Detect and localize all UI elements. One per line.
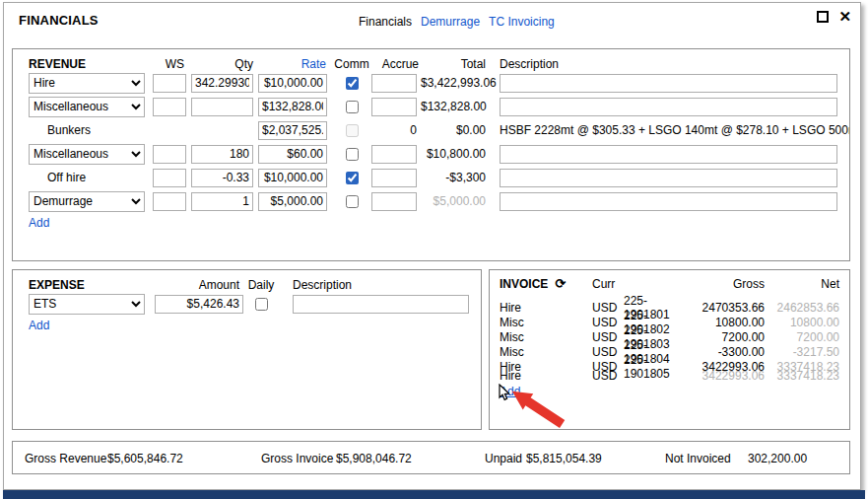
invoice-number: 225-1901805 <box>624 353 678 381</box>
invoice-gross: 7200.00 <box>678 330 765 344</box>
comm-checkbox[interactable] <box>346 101 359 113</box>
expense-type-select[interactable]: ETS <box>29 294 145 315</box>
daily-column-header: Daily <box>243 278 279 292</box>
description-input[interactable] <box>500 192 837 211</box>
comm-checkbox[interactable] <box>346 195 359 208</box>
ws-input[interactable] <box>153 98 186 116</box>
expense-row: ETS <box>13 292 481 316</box>
accrue-input[interactable] <box>371 74 417 93</box>
ws-input[interactable] <box>153 169 186 187</box>
invoice-header-row: INVOICE⟳ Curr Gross Net <box>500 276 839 291</box>
revenue-header-row: REVENUE WS Qty Rate Comm Accrue Total De… <box>13 54 849 71</box>
accrue-input[interactable] <box>371 98 417 116</box>
qty-input[interactable] <box>191 145 253 164</box>
rate-input[interactable] <box>258 192 327 211</box>
description-input[interactable] <box>293 295 469 314</box>
accrue-input[interactable] <box>371 145 417 164</box>
window-controls: ✕ <box>817 11 851 23</box>
revenue-row: Hire $3,422,993.06 <box>13 71 849 95</box>
window-bottom-edge <box>3 490 865 499</box>
ws-input[interactable] <box>153 74 186 93</box>
qty-input[interactable] <box>191 169 253 187</box>
bunkers-description: HSBF 2228mt @ $305.33 + LSGO 140mt @ $27… <box>486 123 849 137</box>
revenue-type-select[interactable]: Demurrage <box>29 191 145 212</box>
invoice-curr: USD <box>592 369 624 383</box>
revenue-row-bunkers: Bunkers 0 $0.00 HSBF 2228mt @ $305.33 + … <box>13 118 849 142</box>
rate-input[interactable] <box>258 169 327 187</box>
invoice-type: Hire <box>500 369 592 383</box>
revenue-row: Demurrage $5,000.00 <box>13 189 849 213</box>
invoice-gross: -3300.00 <box>678 345 765 359</box>
invoice-net: 7200.00 <box>765 330 839 344</box>
description-input[interactable] <box>500 98 837 116</box>
rate-input[interactable] <box>258 121 327 140</box>
gross-invoice-value: $5,908,046.72 <box>336 452 412 465</box>
description-column-header: Description <box>279 278 481 292</box>
rate-column-link[interactable]: Rate <box>257 57 332 71</box>
ws-input[interactable] <box>153 192 186 211</box>
row-total: $5,000.00 <box>421 194 486 208</box>
expense-panel: EXPENSE Amount Daily Description ETS Add <box>12 269 482 430</box>
ws-input[interactable] <box>153 145 186 164</box>
daily-checkbox[interactable] <box>255 298 268 311</box>
accrue-column-header: Accrue <box>371 57 421 71</box>
revenue-row: Miscellaneous $132,828.00 <box>13 95 849 118</box>
comm-checkbox[interactable] <box>346 172 359 184</box>
comm-checkbox[interactable] <box>346 77 359 90</box>
invoice-gross: 10800.00 <box>678 316 765 329</box>
invoice-curr: USD <box>592 345 624 359</box>
invoice-net: 2462853.66 <box>765 301 839 315</box>
revenue-type-select[interactable]: Miscellaneous <box>29 97 145 117</box>
qty-input[interactable] <box>191 74 253 93</box>
comm-column-header: Comm <box>332 57 371 71</box>
description-input[interactable] <box>500 169 837 187</box>
row-total: $10,800.00 <box>421 147 486 161</box>
qty-input[interactable] <box>191 98 253 116</box>
curr-column-header: Curr <box>592 277 624 291</box>
amount-input[interactable] <box>155 295 243 314</box>
invoice-curr: USD <box>592 330 624 344</box>
comm-checkbox[interactable] <box>346 148 359 161</box>
close-icon[interactable]: ✕ <box>838 11 851 23</box>
qty-input[interactable] <box>191 192 253 211</box>
gross-invoice-label: Gross Invoice <box>261 452 333 465</box>
description-input[interactable] <box>500 145 837 164</box>
row-total: $132,828.00 <box>421 100 486 113</box>
invoice-net: 10800.00 <box>765 316 839 329</box>
revenue-type-label: Bunkers <box>29 123 149 137</box>
accrue-input[interactable] <box>371 169 417 187</box>
nav-financials[interactable]: Financials <box>359 15 412 29</box>
rate-input[interactable] <box>258 74 327 93</box>
invoice-panel: INVOICE⟳ Curr Gross Net Hire USD 225-190… <box>489 269 850 430</box>
ws-column-header: WS <box>149 57 188 71</box>
revenue-type-select[interactable]: Miscellaneous <box>29 144 145 165</box>
invoice-type: Hire <box>500 301 592 315</box>
comm-checkbox-disabled <box>346 124 359 137</box>
gross-revenue-label: Gross Revenue <box>25 452 106 465</box>
invoice-type: Misc <box>500 330 592 344</box>
expense-add-link[interactable]: Add <box>29 319 49 332</box>
revenue-add-link[interactable]: Add <box>29 216 49 230</box>
description-input[interactable] <box>500 74 837 93</box>
accrue-input[interactable] <box>371 192 417 211</box>
total-column-header: Total <box>421 57 486 71</box>
row-total: $3,422,993.06 <box>421 76 486 90</box>
revenue-type-select[interactable]: Hire <box>29 73 145 94</box>
unpaid-label: Unpaid <box>485 452 522 465</box>
invoice-add-link[interactable]: Add <box>500 385 520 398</box>
top-nav: FinancialsDemurrageTC Invoicing <box>359 15 564 29</box>
rate-input[interactable] <box>258 145 327 164</box>
invoice-title: INVOICE <box>500 277 548 291</box>
nav-tc-invoicing[interactable]: TC Invoicing <box>489 15 555 29</box>
refresh-icon[interactable]: ⟳ <box>555 276 566 291</box>
maximize-icon[interactable] <box>817 11 829 23</box>
invoice-gross: 2470353.66 <box>678 301 765 315</box>
rate-input[interactable] <box>258 98 327 116</box>
expense-header-row: EXPENSE Amount Daily Description <box>13 275 481 292</box>
financials-dialog: FINANCIALS FinancialsDemurrageTC Invoici… <box>3 2 861 490</box>
row-total: $0.00 <box>421 123 486 137</box>
page-title: FINANCIALS <box>19 13 99 28</box>
invoice-net: 3337418.23 <box>765 369 839 383</box>
invoice-type: Misc <box>500 345 592 359</box>
nav-demurrage[interactable]: Demurrage <box>421 15 480 29</box>
